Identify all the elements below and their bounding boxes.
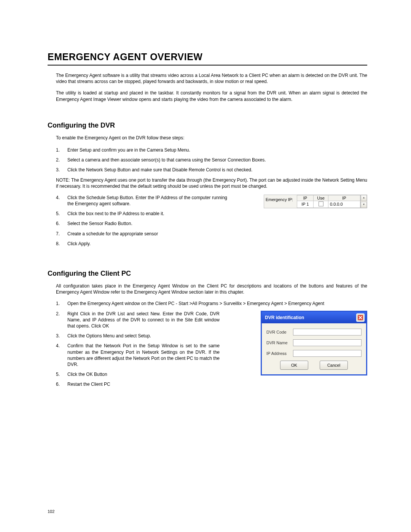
note-paragraph: NOTE: The Emergency Agent uses one port … bbox=[56, 177, 367, 189]
section-heading-configuring-client-pc: Configuring the Client PC bbox=[48, 270, 367, 278]
step-text: Click the Options Menu and select Setup. bbox=[67, 333, 220, 339]
step-number: 3. bbox=[56, 167, 67, 173]
scroll-up-icon[interactable]: ▴ bbox=[361, 195, 367, 201]
step-row: 2. Select a camera and then associate se… bbox=[56, 157, 367, 163]
dvr-name-input[interactable] bbox=[293, 339, 362, 346]
section-heading-configuring-dvr: Configuring the DVR bbox=[48, 121, 367, 129]
intro-paragraph-2: The utility is loaded at startup and pla… bbox=[56, 90, 367, 102]
step-text: Select the Sensor Radio Button. bbox=[67, 220, 367, 227]
page-number: 102 bbox=[48, 509, 54, 514]
step-row: 5. Click the box next to the IP Address … bbox=[56, 211, 367, 217]
cancel-button[interactable]: Cancel bbox=[320, 361, 348, 370]
step-row: 1. Open the Emergency Agent window on th… bbox=[56, 300, 367, 307]
step-number: 1. bbox=[56, 300, 67, 307]
step-number: 4. bbox=[56, 343, 67, 367]
step-text: Restart the Client PC bbox=[67, 381, 367, 387]
emip-use-checkbox[interactable] bbox=[319, 201, 323, 206]
dvr-identification-dialog: DVR identification DVR Code bbox=[261, 311, 367, 375]
step-number: 8. bbox=[56, 241, 67, 247]
emip-row-name: IP 1 bbox=[297, 201, 314, 208]
ip-address-input[interactable] bbox=[293, 350, 362, 357]
document-page: EMERGENCY AGENT OVERVIEW The Emergency A… bbox=[0, 0, 411, 532]
close-button[interactable] bbox=[356, 313, 365, 322]
ok-button[interactable]: OK bbox=[280, 361, 308, 370]
intro-paragraph-1: The Emergency Agent software is a utilit… bbox=[56, 72, 367, 85]
step-number: 5. bbox=[56, 211, 67, 217]
close-icon bbox=[358, 315, 363, 320]
emip-header-ip: IP bbox=[297, 195, 314, 201]
dvr-name-label: DVR Name bbox=[266, 340, 293, 345]
step-text: Click the box next to the IP Address to … bbox=[67, 211, 367, 217]
step-row: 4. Click the Schedule Setup Button. Ente… bbox=[56, 195, 258, 207]
intro-block: The Emergency Agent software is a utilit… bbox=[56, 72, 367, 102]
step-row: 6. Restart the Client PC bbox=[56, 381, 367, 387]
step-number: 2. bbox=[56, 311, 67, 329]
step-text: Right Click in the DVR List and select N… bbox=[67, 311, 220, 329]
dialog-title: DVR identification bbox=[265, 315, 304, 320]
page-title: EMERGENCY AGENT OVERVIEW bbox=[48, 51, 367, 62]
emip-header-ip2: IP bbox=[328, 195, 360, 201]
step-text: Click Apply. bbox=[67, 241, 367, 247]
step-number: 2. bbox=[56, 157, 67, 163]
step-number: 5. bbox=[56, 371, 67, 377]
step-number: 4. bbox=[56, 195, 67, 207]
title-rule bbox=[48, 65, 367, 66]
step-number: 7. bbox=[56, 231, 67, 237]
step-text: Enter Setup and confirm you are in the C… bbox=[67, 147, 367, 153]
step-row: 5. Click the OK Button bbox=[56, 371, 255, 377]
step-text: Confirm that the Network Port in the Set… bbox=[67, 343, 220, 367]
emip-use-checkbox-cell bbox=[314, 201, 328, 208]
step-row: 7. Create a schedule for the appropriate… bbox=[56, 231, 367, 237]
step-row: 3. Click the Options Menu and select Set… bbox=[56, 333, 255, 339]
step-text: Select a camera and then associate senso… bbox=[67, 157, 367, 163]
dialog-field-row: DVR Name bbox=[266, 339, 362, 346]
step-number: 6. bbox=[56, 381, 67, 387]
ip-address-label: IP Address bbox=[266, 351, 293, 356]
section2-lead: All configuration takes place in the Eme… bbox=[56, 283, 367, 295]
emip-scrollbar[interactable]: ▴ ▾ bbox=[360, 195, 367, 208]
emip-ip-value[interactable]: 0.0.0.0 bbox=[328, 201, 360, 208]
step-row: 4. Confirm that the Network Port in the … bbox=[56, 343, 255, 367]
step-row: 6. Select the Sensor Radio Button. bbox=[56, 220, 367, 227]
step-number: 1. bbox=[56, 147, 67, 153]
step-row: 2. Right Click in the DVR List and selec… bbox=[56, 311, 255, 329]
dialog-titlebar: DVR identification bbox=[262, 312, 366, 323]
emergency-ip-panel: Emergency IP: IP Use IP IP 1 0.0.0.0 bbox=[264, 195, 367, 208]
section1-lead: To enable the Emergency Agent on the DVR… bbox=[56, 135, 367, 141]
dvr-code-label: DVR Code bbox=[266, 330, 293, 334]
step-text: Click the Network Setup Button and make … bbox=[67, 167, 367, 173]
dialog-field-row: DVR Code bbox=[266, 329, 362, 335]
step-text: Create a schedule for the appropriate se… bbox=[67, 231, 367, 237]
scroll-down-icon[interactable]: ▾ bbox=[361, 202, 367, 208]
step-number: 3. bbox=[56, 333, 67, 339]
step-row: 8. Click Apply. bbox=[56, 241, 367, 247]
dvr-code-input[interactable] bbox=[293, 329, 362, 335]
step-row: 1. Enter Setup and confirm you are in th… bbox=[56, 147, 367, 153]
emergency-ip-label: Emergency IP: bbox=[264, 195, 297, 208]
section2-content: All configuration takes place in the Eme… bbox=[56, 283, 367, 391]
section1-content: To enable the Emergency Agent on the DVR… bbox=[56, 135, 367, 251]
emip-header-use: Use bbox=[314, 195, 328, 201]
step-row: 3. Click the Network Setup Button and ma… bbox=[56, 167, 367, 173]
step-text: Click the OK Button bbox=[67, 371, 255, 377]
step-number: 6. bbox=[56, 220, 67, 227]
step-text: Click the Schedule Setup Button. Enter t… bbox=[67, 195, 227, 207]
step-text: Open the Emergency Agent window on the C… bbox=[67, 300, 367, 307]
dialog-field-row: IP Address bbox=[266, 350, 362, 357]
emergency-ip-table: IP Use IP IP 1 0.0.0.0 bbox=[297, 195, 360, 208]
